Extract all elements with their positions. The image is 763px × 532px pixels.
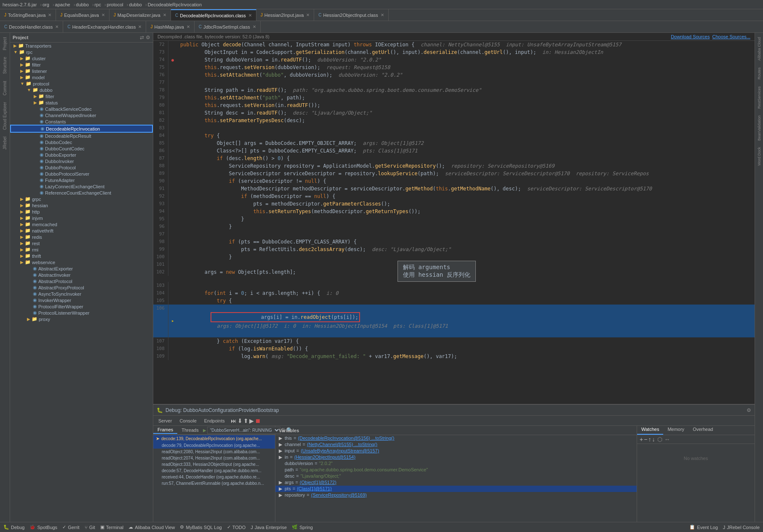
tree-decodeable-rpcresult[interactable]: ◉ DecodeableRpcResult	[10, 133, 153, 139]
status-gerrit[interactable]: ✓ Gerrit	[62, 524, 80, 530]
status-terminal[interactable]: ▣ Terminal	[100, 524, 124, 530]
threads-tab[interactable]: Threads	[177, 427, 203, 433]
server-tab[interactable]: Server	[155, 417, 175, 424]
add-watch-button[interactable]: +	[640, 436, 643, 443]
endpoints-tab[interactable]: Endpoints	[201, 417, 228, 424]
tree-abstractproxyprotocol[interactable]: ◉ AbstractProxyProtocol	[10, 284, 153, 291]
side-tab-alibaba[interactable]: Alibaba Cloud	[756, 35, 762, 63]
var-desc[interactable]: ▶ desc = "Ljava/lang/Object;"	[275, 473, 637, 479]
side-tab-project[interactable]: Project	[2, 35, 8, 53]
download-sources-button[interactable]: Download Sources	[671, 34, 710, 39]
status-event-log[interactable]: 📋 Event Log	[689, 524, 718, 530]
tab-headerexchange[interactable]: C HeaderExchangeHandler.class ✕	[63, 21, 146, 33]
tree-dubbo-folder[interactable]: ▼ 📁 dubbo	[10, 87, 153, 93]
status-spring[interactable]: 🌿 Spring	[292, 524, 313, 530]
tab-equals[interactable]: J EqualsBean.java ✕	[56, 9, 109, 21]
tree-channelwrappedinvoker[interactable]: ◉ ChannelWrappedInvoker	[10, 112, 153, 118]
remove-watch-button[interactable]: −	[644, 436, 647, 443]
close-icon[interactable]: ✕	[101, 13, 105, 17]
status-todo[interactable]: ✓ TODO	[227, 524, 246, 530]
tree-protocol[interactable]: ▼ 📁 protocol	[10, 80, 153, 87]
run-button[interactable]: ▶	[249, 417, 254, 424]
var-input[interactable]: ▶ input = (UnsafeByteArrayInputStream@51…	[275, 448, 637, 454]
tree-thrift[interactable]: ▶ 📁 thrift	[10, 253, 153, 259]
watches-tab[interactable]: Watches	[637, 426, 663, 435]
tree-transporters[interactable]: ▶ 📁 Transporters	[10, 43, 153, 49]
close-icon[interactable]: ✕	[138, 24, 141, 29]
thread-selector[interactable]: "DubboServerH...ain": RUNNING	[207, 427, 280, 434]
var-in[interactable]: ▶ in = (Hessian2ObjectInput@5154)	[275, 454, 637, 460]
close-icon[interactable]: ✕	[187, 24, 190, 29]
close-icon[interactable]: ✕	[253, 24, 256, 29]
close-icon[interactable]: ✕	[163, 13, 166, 17]
tree-abstractexporter[interactable]: ◉ AbstractExporter	[10, 265, 153, 272]
status-spotbugs[interactable]: 🐞 SpotBugs	[29, 524, 57, 530]
var-args[interactable]: ▶ args = (Object[1]@5172)	[275, 479, 637, 486]
close-icon[interactable]: ✕	[248, 13, 252, 18]
tree-proxy[interactable]: ▶ 📁 proxy	[10, 316, 153, 322]
tree-grpc[interactable]: ▶ 📁 grpc	[10, 196, 153, 202]
tree-constants[interactable]: ◉ Constants	[10, 118, 153, 125]
tab-hessian2input[interactable]: J Hessian2Input.java ✕	[256, 9, 315, 21]
var-channel[interactable]: ▶ channel = (NettyChannel@5155) ...toStr…	[275, 441, 637, 448]
tree-injvm[interactable]: ▶ 📁 injvm	[10, 215, 153, 221]
tree-redis[interactable]: ▶ 📁 redis	[10, 234, 153, 240]
stop-button[interactable]: ⏹	[255, 417, 261, 424]
var-path[interactable]: ▶ path = "org.apache.dubbo.spring.boot.d…	[275, 467, 637, 473]
tab-decodehandler[interactable]: C DecodeHandler.class ✕	[0, 21, 63, 33]
tree-memcached[interactable]: ▶ 📁 memcached	[10, 221, 153, 227]
frame-item-4[interactable]: readObject:333, Hessian2ObjectInput (org…	[153, 461, 275, 468]
tree-asynctosyncinvoker[interactable]: ◉ AsyncToSyncInvoker	[10, 291, 153, 297]
step-out-button[interactable]: ⬆	[243, 417, 248, 424]
step-over-button[interactable]: ⏭	[231, 417, 237, 424]
tree-dubboexporter[interactable]: ◉ DubboExporter	[10, 152, 153, 158]
var-dubboversion[interactable]: ▶ dubboVersion = "2.0.2"	[275, 460, 637, 467]
tree-referencecount[interactable]: ◉ ReferenceCountExchangeClient	[10, 190, 153, 196]
tree-model[interactable]: ▶ 📁 model	[10, 74, 153, 80]
status-debug[interactable]: 🐛 Debug	[3, 524, 24, 530]
settings-icon[interactable]: ⚙	[747, 407, 751, 413]
tree-futureadapter[interactable]: ◉ FutureAdapter	[10, 177, 153, 183]
step-into-button[interactable]: ⬇	[237, 417, 243, 424]
side-tab-beanvalidation[interactable]: BeanValidation	[756, 113, 762, 143]
side-tab-jrebel[interactable]: JRebel	[2, 134, 8, 152]
tree-protocollistenerwrapper[interactable]: ◉ ProtocolListenerWrapper	[10, 310, 153, 316]
tree-dubboprotocolserver[interactable]: ◉ DubboProtocolServer	[10, 171, 153, 177]
frame-item-3[interactable]: readObject:2074, Hessian2Input (com.alib…	[153, 455, 275, 461]
tree-listener[interactable]: ▶ 📁 listener	[10, 68, 153, 74]
console-tab[interactable]: Console	[176, 417, 200, 424]
frame-item-0[interactable]: ➤ decode:139, DecodeableRpcInvocation (o…	[153, 435, 275, 442]
frame-item-5[interactable]: decode:57, DecodeHandler (org.apache.dub…	[153, 468, 275, 474]
tree-dubbocountcodec[interactable]: ◉ DubboCountCodec	[10, 145, 153, 152]
frame-item-7[interactable]: run:57, ChannelEventRunnable (org.apache…	[153, 480, 275, 487]
tree-webservice[interactable]: ▶ 📁 webservice	[10, 259, 153, 265]
var-this[interactable]: ▶ this = (DecodeableRpcInvocation@5156) …	[275, 435, 637, 441]
var-repository[interactable]: ▶ repository = (ServiceRepository@5169)	[275, 492, 637, 498]
frame-item-6[interactable]: received:44, DecodeHandler (org.apache.d…	[153, 474, 275, 480]
tree-rmi[interactable]: ▶ 📁 rmi	[10, 246, 153, 253]
status-mybatis[interactable]: ⚙ MyBatis SQL Log	[180, 524, 221, 530]
tab-decodeable-rpc[interactable]: C DecodeableRpcInvocation.class ✕	[171, 9, 256, 21]
close-icon[interactable]: ✕	[381, 13, 384, 17]
close-icon[interactable]: ✕	[55, 24, 59, 29]
tree-abstractprotocol[interactable]: ◉ AbstractProtocol	[10, 278, 153, 284]
close-icon[interactable]: ✕	[306, 13, 309, 17]
frame-item-1[interactable]: decode:79, DecodeableRpcInvocation (org.…	[153, 442, 275, 449]
status-git[interactable]: ⑂ Git	[85, 525, 95, 530]
tree-filter2[interactable]: ▶ 📁 filter	[10, 93, 153, 99]
status-jrebel-console[interactable]: J JRebel Console	[723, 524, 760, 530]
var-pts[interactable]: ▶ pts = {Class[1]@5171}	[275, 486, 637, 492]
side-tab-structure[interactable]: Structure	[2, 54, 8, 77]
side-tab-routes[interactable]: Routes	[756, 65, 762, 82]
tree-hessian[interactable]: ▶ 📁 hessian	[10, 202, 153, 209]
tree-callbackservicecodec[interactable]: ◉ CallbackServiceCodec	[10, 106, 153, 112]
choose-sources-button[interactable]: Choose Sources...	[712, 34, 751, 39]
tab-hessian2objectinput[interactable]: C Hessian2ObjectInput.class ✕	[314, 9, 388, 21]
tree-dubbocodec[interactable]: ◉ DubboCodec	[10, 139, 153, 145]
side-tab-cloud-explorer[interactable]: Cloud Explorer	[2, 99, 8, 132]
move-down-watch-button[interactable]: ↓	[652, 436, 655, 443]
status-java-enterprise[interactable]: J Java Enterprise	[251, 525, 287, 530]
frames-tab[interactable]: Frames	[153, 426, 177, 434]
tab-hashmap[interactable]: J HashMap.java ✕	[146, 21, 194, 33]
tree-status[interactable]: ▶ 📁 status	[10, 99, 153, 106]
